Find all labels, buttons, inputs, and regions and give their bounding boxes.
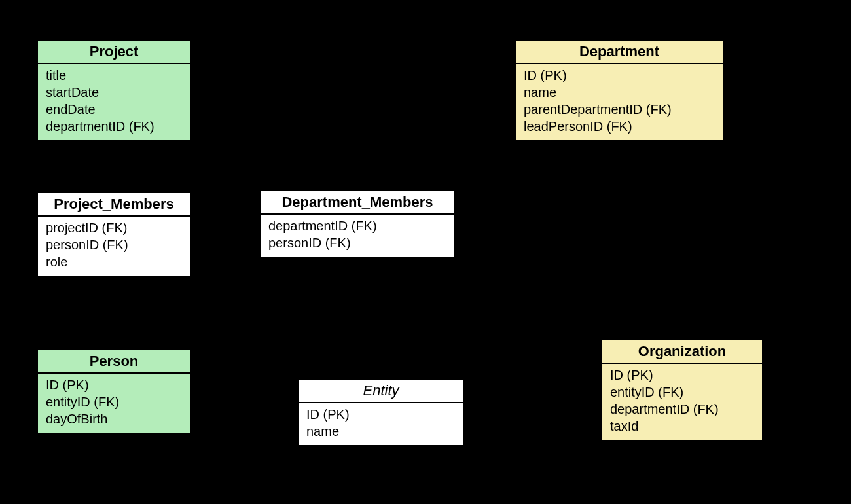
entity-attr: projectID (FK) [46,219,182,236]
entity-attr: leadPersonID (FK) [524,118,715,135]
entity-title: Project_Members [38,193,190,217]
entity-attrs: ID (PK) entityID (FK) dayOfBirth [38,374,190,433]
entity-attr: personID (FK) [268,234,446,251]
entity-attr: ID (PK) [524,67,715,84]
entity-person: Person ID (PK) entityID (FK) dayOfBirth [37,349,191,434]
entity-attrs: ID (PK) entityID (FK) departmentID (FK) … [602,364,762,440]
entity-attr: entityID (FK) [46,393,182,410]
entity-attr: parentDepartmentID (FK) [524,101,715,118]
entity-attr: ID (PK) [46,376,182,393]
entity-attr: endDate [46,101,182,118]
entity-attr: departmentID (FK) [268,217,446,234]
entity-attr: title [46,67,182,84]
entity-attrs: ID (PK) name parentDepartmentID (FK) lea… [516,64,723,140]
entity-attr: dayOfBirth [46,410,182,427]
entity-title: Organization [602,340,762,364]
entity-attr: startDate [46,84,182,101]
entity-entity: Entity ID (PK) name [297,378,465,446]
entity-project: Project title startDate endDate departme… [37,39,191,141]
entity-attr: name [306,423,456,440]
entity-attrs: title startDate endDate departmentID (FK… [38,64,190,140]
entity-attr: entityID (FK) [610,384,754,401]
entity-attr: ID (PK) [306,406,456,423]
entity-title: Department_Members [261,191,454,215]
entity-department-members: Department_Members departmentID (FK) per… [259,190,456,258]
entity-attrs: projectID (FK) personID (FK) role [38,217,190,276]
entity-project-members: Project_Members projectID (FK) personID … [37,192,191,277]
entity-attr: personID (FK) [46,236,182,253]
entity-attr: taxId [610,418,754,435]
entity-attr: role [46,253,182,270]
entity-attrs: departmentID (FK) personID (FK) [261,215,454,257]
entity-title: Person [38,350,190,374]
entity-attr: departmentID (FK) [46,118,182,135]
entity-attr: departmentID (FK) [610,401,754,418]
entity-organization: Organization ID (PK) entityID (FK) depar… [601,339,763,441]
entity-department: Department ID (PK) name parentDepartment… [515,39,724,141]
entity-title: Project [38,41,190,64]
entity-attr: ID (PK) [610,367,754,384]
entity-attrs: ID (PK) name [299,403,463,445]
entity-title: Entity [299,380,463,403]
entity-attr: name [524,84,715,101]
entity-title: Department [516,41,723,64]
